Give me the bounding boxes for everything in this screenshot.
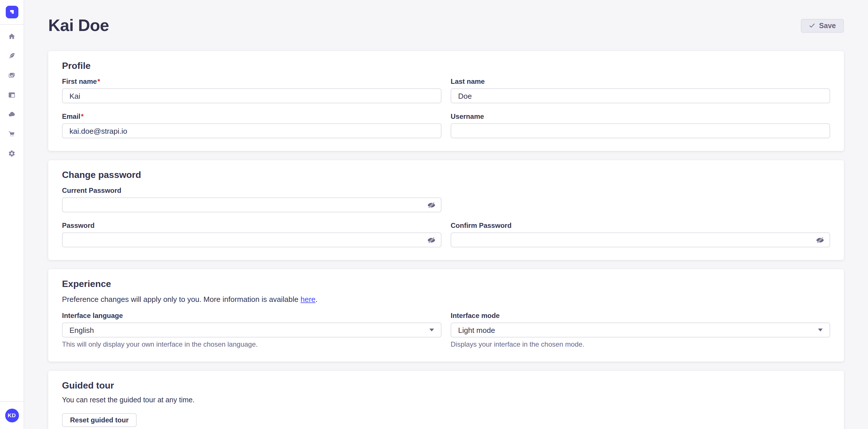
required-asterisk: * [97,77,100,86]
first-name-field: First name* [62,77,441,103]
interface-language-select[interactable]: English [62,323,441,337]
first-name-input[interactable] [62,88,441,103]
password-label-text: Password [62,222,94,230]
interface-language-value: English [69,326,94,334]
sidebar: KD [0,0,24,429]
page-title: Kai Doe [48,16,109,35]
current-password-label-text: Current Password [62,187,121,195]
shopping-cart-icon [8,130,16,138]
sidebar-item-cloud[interactable] [8,111,16,118]
email-field: Email* [62,112,441,138]
change-password-heading: Change password [62,169,830,181]
settings-cards: Profile First name* Last name [48,51,844,429]
interface-language-hint: This will only display your own interfac… [62,340,441,349]
sidebar-item-media-library[interactable] [8,72,16,79]
change-password-card: Change password Current Password [48,160,844,260]
strapi-logo-icon [7,8,16,16]
app-window: KD Kai Doe Save Profile First name* [0,0,868,429]
email-label-text: Email [62,112,81,121]
interface-mode-label: Interface mode [451,311,830,320]
feather-icon [8,52,16,60]
confirm-password-label-text: Confirm Password [451,222,512,230]
experience-description-text: Preference changes will apply only to yo… [62,295,301,304]
first-name-label-text: First name [62,77,97,86]
guided-tour-heading: Guided tour [62,380,830,391]
interface-language-field: Interface language English This will onl… [62,311,441,349]
confirm-password-input[interactable] [451,232,830,248]
username-label: Username [451,112,830,121]
password-input[interactable] [62,232,441,248]
eye-off-icon [427,201,435,209]
interface-mode-label-text: Interface mode [451,311,500,320]
interface-mode-value: Light mode [458,326,495,334]
reset-guided-tour-button[interactable]: Reset guided tour [62,413,136,427]
experience-heading: Experience [62,278,830,290]
interface-language-label-text: Interface language [62,311,123,320]
experience-card: Experience Preference changes will apply… [48,269,844,362]
sidebar-nav [8,33,16,157]
check-icon [809,22,815,29]
required-asterisk: * [81,112,84,121]
interface-mode-hint: Displays your interface in the chosen mo… [451,340,830,349]
username-label-text: Username [451,112,484,121]
sidebar-item-home[interactable] [8,33,16,40]
guided-tour-card: Guided tour You can reset the guided tou… [48,371,844,429]
sidebar-item-settings[interactable] [8,150,16,157]
experience-description: Preference changes will apply only to yo… [62,294,830,304]
guided-tour-description: You can reset the guided tour at any tim… [62,395,830,405]
toggle-password-visibility-button[interactable] [427,235,436,244]
last-name-input[interactable] [451,88,830,103]
last-name-label: Last name [451,77,830,86]
sidebar-item-content-type-builder[interactable] [8,91,16,99]
password-field: Password [62,222,441,248]
chevron-down-icon [818,329,823,331]
eye-off-icon [427,236,435,244]
eye-off-icon [815,236,824,244]
toggle-current-password-visibility-button[interactable] [427,200,436,209]
interface-mode-field: Interface mode Light mode Displays your … [451,311,830,349]
last-name-field: Last name [451,77,830,103]
layout-icon [8,91,16,99]
interface-language-label: Interface language [62,311,441,320]
chevron-down-icon [429,329,434,331]
username-input[interactable] [451,123,830,138]
media-library-icon [8,72,16,79]
profile-heading: Profile [62,60,830,72]
main-content: Kai Doe Save Profile First name* [24,0,868,429]
strapi-logo [5,6,18,19]
save-button[interactable]: Save [801,19,844,32]
email-label: Email* [62,112,441,121]
sidebar-item-content-manager[interactable] [8,52,16,60]
confirm-password-field: Confirm Password [451,222,830,248]
page-header: Kai Doe Save [48,12,844,39]
sidebar-item-marketplace[interactable] [8,130,16,138]
first-name-label: First name* [62,77,441,86]
current-password-label: Current Password [62,187,441,195]
sidebar-logo-link[interactable] [0,0,24,25]
last-name-label-text: Last name [451,77,485,86]
experience-description-period: . [315,295,317,304]
email-input[interactable] [62,123,441,138]
home-icon [8,33,16,40]
username-field: Username [451,112,830,138]
cloud-icon [8,111,16,118]
toggle-confirm-password-visibility-button[interactable] [815,235,825,244]
interface-mode-select[interactable]: Light mode [451,323,830,337]
user-avatar[interactable]: KD [5,408,19,422]
password-label: Password [62,222,441,230]
save-button-label: Save [819,22,836,30]
current-password-field: Current Password [62,187,441,212]
gear-icon [8,150,16,157]
confirm-password-label: Confirm Password [451,222,830,230]
profile-card: Profile First name* Last name [48,51,844,151]
current-password-input[interactable] [62,197,441,212]
sidebar-footer: KD [0,401,24,429]
more-information-link[interactable]: here [301,295,315,304]
